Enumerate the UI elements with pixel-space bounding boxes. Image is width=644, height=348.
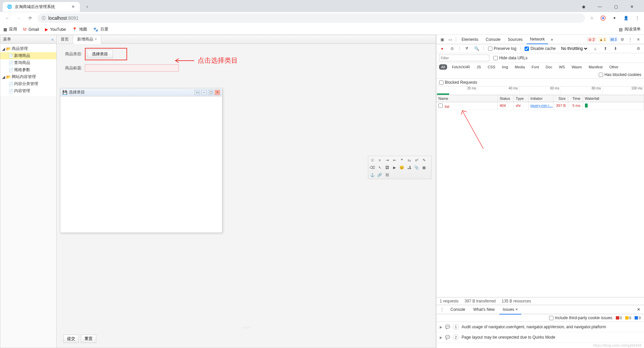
gear-icon[interactable]: ⚙ [619,36,626,43]
submit-button[interactable]: 提交 [63,335,79,343]
select-category-button[interactable]: 选择类目 [87,50,113,58]
browser-tab[interactable]: 🌐 京淘商城后台管理系统 ✕ [3,2,80,12]
bookmark-youtube[interactable]: ▶YouTube [45,27,66,32]
tree-item-content-manage[interactable]: 📄 内容管理 [0,87,56,94]
tree-item-add-product[interactable]: 📄 新增商品 [0,52,56,59]
quote-icon[interactable]: ❝ [399,157,405,163]
select-icon[interactable]: ↖ [377,164,383,170]
tab-home[interactable]: 首页 [57,35,73,44]
anchor-icon[interactable]: ⚓ [369,172,375,178]
title-input[interactable] [85,64,179,72]
reset-button[interactable]: 重置 [81,335,96,343]
close-icon[interactable]: ✕ [635,306,642,313]
emoji-icon[interactable]: 😊 [399,164,405,170]
error-badge[interactable]: ⦻ 2 [587,37,596,42]
drawer-tab-whatsnew[interactable]: What's New [470,305,498,314]
info-icon[interactable]: ⓘ [42,15,46,21]
account-icon[interactable]: ◉ [578,2,589,11]
bookmark-gmail[interactable]: MGmail [23,27,39,32]
type-img[interactable]: Img [500,64,510,70]
tree-folder-products[interactable]: ◢ 📂 商品管理 [0,45,56,52]
drawer-tab-console[interactable]: Console [447,305,469,314]
type-ws[interactable]: WS [557,64,567,70]
splitter-handle[interactable]: ⋯⋯ [239,326,253,329]
third-party-check[interactable]: Include third-party cookie issues [549,316,612,320]
type-all[interactable]: All [439,64,447,70]
collapse-icon[interactable]: « [51,37,54,42]
maximize-button[interactable]: ▢ [208,90,213,95]
sup-icon[interactable]: x² [414,157,420,163]
close-icon[interactable]: × [516,307,518,312]
col-time[interactable]: Time [568,95,583,102]
back-icon[interactable]: ← [3,14,11,22]
col-waterfall[interactable]: Waterfall [583,95,644,102]
clear-icon[interactable]: ⊘ [449,46,455,52]
tab-elements[interactable]: Elements [458,35,482,44]
close-button[interactable]: ✕ [215,90,220,95]
tree-folder-site-content[interactable]: ◢ 📂 网站内容管理 [0,73,56,80]
throttling-select[interactable]: No throttling [560,46,588,51]
attach-icon[interactable]: 📎 [414,164,420,170]
type-manifest[interactable]: Manifest [587,64,605,70]
maximize-icon[interactable]: ▢ [610,2,621,11]
tab-add-product[interactable]: 新增商品× [73,35,101,44]
col-type[interactable]: Type [514,95,529,102]
dialog-titlebar[interactable]: 💾 选择类目 ▭ – ▢ ✕ [60,88,222,96]
tab-sources[interactable]: Sources [504,35,526,44]
table-icon[interactable]: ▦ [421,164,427,170]
minimize-button[interactable]: – [201,90,207,95]
tree-item-spec-params[interactable]: 📄 规格参数 [0,66,56,73]
tree-item-content-category[interactable]: 📄 内容分类管理 [0,80,56,87]
tab-network[interactable]: Network [527,35,548,44]
chrome-circle-icon[interactable] [600,15,606,21]
col-initiator[interactable]: Initiator [529,95,553,102]
type-font[interactable]: Font [530,64,541,70]
collapse-button[interactable]: ▭ [195,90,200,95]
indent-icon[interactable]: ⇥ [384,157,390,163]
profile-icon[interactable]: 👤 [623,15,629,21]
col-size[interactable]: Size [553,95,568,102]
wifi-icon[interactable]: ⏚ [592,46,598,52]
kebab-icon[interactable]: ⋮ [438,306,446,313]
bookmark-maps[interactable]: 📍地图 [72,26,87,32]
blocked-cookies-check[interactable]: Has blocked cookies [599,72,641,77]
type-wasm[interactable]: Wasm [570,64,584,70]
play-icon[interactable]: ▶ [391,164,397,170]
type-js[interactable]: JS [475,64,483,70]
filter-input[interactable] [439,55,489,61]
drawer-tab-issues[interactable]: Issues × [499,305,521,315]
kebab-icon[interactable]: ⋮ [627,36,634,43]
issue-item[interactable]: ▶ 💬 2 Page layout may be unexpected due … [436,332,644,343]
format-icon[interactable]: ✎ [421,157,427,163]
hide-data-urls-check[interactable]: Hide data URLs [493,56,528,60]
row-checkbox[interactable] [438,103,443,108]
extensions-icon[interactable]: ✦ [611,15,618,21]
image-icon[interactable]: 🖼 [384,164,390,170]
col-name[interactable]: Name [436,95,498,102]
reading-list-button[interactable]: ▤阅读清单 [619,26,641,32]
disable-cache-check[interactable]: Disable cache [525,46,555,51]
link-icon[interactable]: 🔗 [377,172,383,178]
download-icon[interactable]: ⬇ [612,46,619,52]
tab-console[interactable]: Console [482,35,504,44]
close-icon[interactable]: × [95,37,97,42]
apps-button[interactable]: ▦应用 [3,26,17,32]
type-other[interactable]: Other [607,64,621,70]
type-media[interactable]: Media [513,64,527,70]
col-status[interactable]: Status [498,95,514,102]
clear-icon[interactable]: ⌫ [369,164,375,170]
unlink-icon[interactable]: ⛓ [384,172,390,178]
list-ol-icon[interactable]: ≡ [377,157,383,163]
menu-icon[interactable]: ⋮ [634,15,641,21]
sub-icon[interactable]: x₂ [406,157,412,163]
type-css[interactable]: CSS [486,64,497,70]
gear-icon[interactable]: ⚙ [635,46,641,52]
upload-icon[interactable]: ⬆ [602,46,608,52]
more-tabs-icon[interactable]: » [549,35,555,44]
type-fetchxhr[interactable]: Fetch/XHR [450,64,472,70]
search-icon[interactable]: 🔍 [474,46,480,52]
filter-icon[interactable]: ⧩ [464,46,470,52]
device-icon[interactable]: ▭ [446,36,454,43]
close-window-icon[interactable]: ✕ [627,2,637,11]
timeline[interactable]: 20 ms 40 ms 60 ms 80 ms 100 ms [436,86,644,95]
